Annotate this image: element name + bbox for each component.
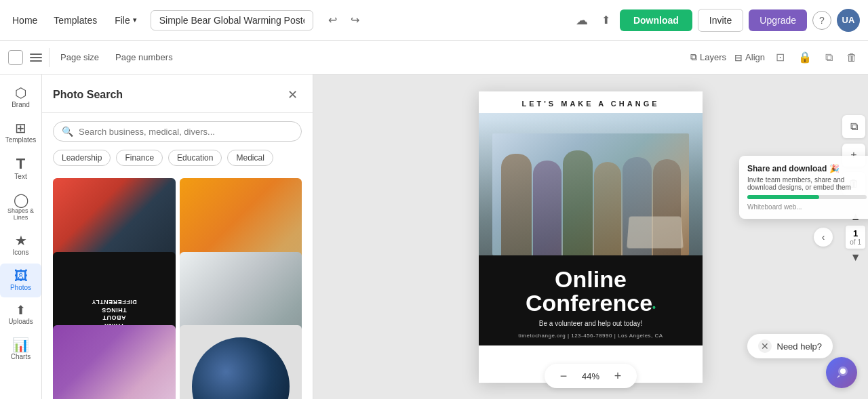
lock-icon[interactable]: 🔒 bbox=[795, 48, 814, 66]
photo-panel-title: Photo Search bbox=[53, 89, 123, 101]
sidebar-item-text[interactable]: T Text bbox=[0, 151, 41, 186]
zoom-value: 44% bbox=[577, 371, 604, 381]
sidebar-item-icons[interactable]: ★ Icons bbox=[0, 228, 41, 262]
invite-button[interactable]: Invite bbox=[698, 9, 743, 32]
poster-subtitle: Be a volunteer and help out today! bbox=[487, 320, 694, 327]
zoom-out-button[interactable]: − bbox=[555, 368, 572, 384]
upgrade-button[interactable]: Upgrade bbox=[749, 9, 807, 31]
help-button[interactable]: ? bbox=[812, 11, 831, 30]
topbar-center: ↩ ↪ bbox=[324, 9, 363, 30]
photo-grid: THINKABOUTTHINGSDIFFERENTLY Image by Fox… bbox=[42, 174, 313, 399]
sidebar-label-uploads: Uploads bbox=[8, 318, 33, 326]
photo-panel-header: Photo Search ✕ bbox=[42, 75, 313, 113]
layers-label: Layers bbox=[700, 52, 726, 62]
zoom-in-button[interactable]: + bbox=[610, 368, 626, 384]
delete-icon[interactable]: 🗑 bbox=[844, 49, 860, 66]
help-label: Need help? bbox=[777, 341, 823, 352]
poster-conference-text: Conference bbox=[526, 290, 652, 316]
uploads-icon: ⬆ bbox=[16, 304, 26, 316]
sidebar-label-shapes: Shapes & Lines bbox=[3, 208, 39, 222]
poster-photo[interactable] bbox=[479, 113, 703, 255]
topbar: Home Templates File ▾ ↩ ↪ ☁ ⬆ Download I… bbox=[0, 0, 868, 41]
file-label: File bbox=[115, 15, 130, 26]
cloud-save-button[interactable]: ☁ bbox=[572, 9, 592, 32]
sidebar-item-templates[interactable]: ⊞ Templates bbox=[0, 116, 41, 150]
toolbar2-separator bbox=[49, 48, 50, 67]
help-close-button[interactable]: ✕ bbox=[758, 339, 772, 353]
chevron-left-icon: ‹ bbox=[822, 232, 825, 243]
photo-thumb-woman[interactable]: Image by Fox on Pexels bbox=[53, 325, 176, 399]
search-box[interactable]: 🔍 bbox=[53, 121, 302, 142]
toolbar2-right: ⧉ Layers ⊟ Align ⊡ 🔒 ⧉ 🗑 bbox=[690, 48, 860, 66]
tag-education[interactable]: Education bbox=[168, 150, 222, 166]
chat-bubble-button[interactable] bbox=[826, 357, 857, 388]
page-size-button[interactable]: Page size bbox=[55, 49, 104, 65]
avatar[interactable]: UA bbox=[837, 9, 860, 32]
promo-overlay: Share and download 🎉 Invite team members… bbox=[739, 156, 868, 219]
download-button[interactable]: Download bbox=[620, 9, 692, 31]
layers-button[interactable]: ⧉ Layers bbox=[690, 51, 726, 63]
sidebar-item-uploads[interactable]: ⬆ Uploads bbox=[0, 299, 41, 331]
sidebar-item-brand[interactable]: ⬡ Brand bbox=[0, 81, 41, 114]
toolbar2: Page size Page numbers ⧉ Layers ⊟ Align … bbox=[0, 41, 868, 75]
chat-icon bbox=[833, 364, 850, 381]
sidebar-label-photos: Photos bbox=[10, 284, 31, 292]
topbar-right: ☁ ⬆ Download Invite Upgrade ? UA bbox=[572, 9, 860, 32]
toolbar2-left: Page size Page numbers bbox=[8, 48, 178, 67]
shapes-icon: ◯ bbox=[14, 193, 28, 207]
promo-bar-fill bbox=[747, 195, 819, 199]
promo-progress-bar bbox=[747, 195, 867, 199]
canvas-poster[interactable]: LET'S MAKE A CHANGE Onli bbox=[479, 91, 703, 383]
page-total: of 1 bbox=[850, 238, 861, 246]
file-button[interactable]: File ▾ bbox=[109, 12, 142, 28]
sidebar-item-photos[interactable]: 🖼 Photos bbox=[0, 264, 41, 297]
sidebar-item-shapes[interactable]: ◯ Shapes & Lines bbox=[0, 188, 41, 227]
tag-finance[interactable]: Finance bbox=[116, 150, 163, 166]
promo-title: Share and download 🎉 bbox=[747, 164, 867, 173]
share-button[interactable]: ⬆ bbox=[597, 9, 614, 30]
redo-button[interactable]: ↪ bbox=[347, 9, 363, 30]
sidebar-label-icons: Icons bbox=[13, 249, 29, 257]
page-current: 1 bbox=[853, 228, 858, 238]
templates-link[interactable]: Templates bbox=[50, 12, 101, 28]
collapse-panel-button[interactable]: ‹ bbox=[814, 228, 833, 247]
document-title-input[interactable] bbox=[151, 10, 313, 30]
align-icon: ⊟ bbox=[734, 52, 743, 63]
promo-link[interactable]: Whiteboard web... bbox=[747, 203, 867, 211]
sidebar-item-charts[interactable]: 📊 Charts bbox=[0, 333, 41, 366]
lines-icon[interactable] bbox=[28, 50, 43, 65]
search-input[interactable] bbox=[79, 127, 293, 137]
help-bubble[interactable]: ✕ Need help? bbox=[747, 334, 833, 358]
icons-icon: ★ bbox=[15, 234, 27, 247]
crop-icon[interactable]: ⊡ bbox=[773, 48, 787, 66]
page-checkbox[interactable] bbox=[8, 50, 23, 65]
tag-medical[interactable]: Medical bbox=[227, 150, 273, 166]
text-icon: T bbox=[16, 156, 25, 171]
photo-panel-close-button[interactable]: ✕ bbox=[283, 85, 302, 104]
page-down-button[interactable]: ▼ bbox=[850, 251, 861, 264]
topbar-left: Home Templates File ▾ bbox=[8, 10, 313, 30]
left-sidebar: ⬡ Brand ⊞ Templates T Text ◯ Shapes & Li… bbox=[0, 75, 42, 399]
poster-headline: LET'S MAKE A CHANGE bbox=[479, 91, 703, 113]
copy-page-button[interactable]: ⧉ bbox=[842, 115, 865, 138]
layers-icon: ⧉ bbox=[690, 51, 697, 63]
tags-container: Leadership Finance Education Medical bbox=[42, 150, 313, 174]
poster-footer: timetochange.org | 123-456-78990 | Los A… bbox=[487, 333, 694, 339]
photo-panel: Photo Search ✕ 🔍 Leadership Finance Educ… bbox=[42, 75, 313, 399]
page-numbers-button[interactable]: Page numbers bbox=[110, 49, 178, 65]
zoom-bar: − 44% + bbox=[545, 364, 637, 388]
sidebar-label-text: Text bbox=[14, 173, 26, 181]
photo-thumb-globe[interactable] bbox=[180, 325, 302, 399]
chevron-down-icon: ▾ bbox=[133, 16, 137, 24]
align-button[interactable]: ⊟ Align bbox=[734, 52, 765, 63]
copy-icon[interactable]: ⧉ bbox=[823, 49, 835, 66]
undo-button[interactable]: ↩ bbox=[324, 9, 341, 30]
templates-icon: ⊞ bbox=[15, 121, 26, 135]
tag-leadership[interactable]: Leadership bbox=[53, 150, 111, 166]
poster-title-line2: Conference• bbox=[487, 291, 694, 316]
charts-icon: 📊 bbox=[12, 338, 29, 352]
home-link[interactable]: Home bbox=[8, 12, 41, 28]
table-item bbox=[627, 216, 684, 248]
green-dot: • bbox=[652, 302, 656, 313]
canvas-area[interactable]: LET'S MAKE A CHANGE Onli bbox=[313, 75, 868, 399]
